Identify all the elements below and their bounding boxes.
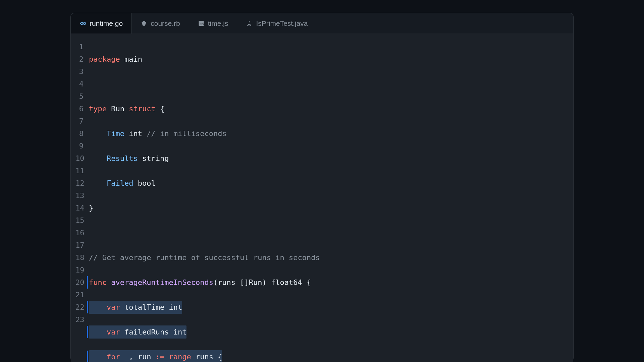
ruby-icon	[141, 20, 147, 27]
code-line: package main	[89, 53, 567, 65]
tab-label: IsPrimeTest.java	[256, 19, 308, 27]
code-line: }	[89, 202, 567, 214]
tab-time-js[interactable]: JS time.js	[189, 13, 237, 34]
code-area[interactable]: 1234567891011121314151617181920212223 pa…	[71, 34, 573, 362]
editor-window: runtime.go course.rb JS time.js IsPrimeT…	[70, 13, 574, 362]
go-icon	[79, 20, 86, 27]
code-line: Failed bool	[89, 177, 567, 189]
code-line	[89, 227, 567, 239]
tab-isprimetest-java[interactable]: IsPrimeTest.java	[237, 13, 317, 34]
tab-label: runtime.go	[90, 19, 123, 27]
svg-text:JS: JS	[200, 22, 204, 26]
tab-label: course.rb	[151, 19, 180, 27]
java-icon	[246, 20, 253, 27]
js-icon: JS	[198, 20, 205, 27]
tab-label: time.js	[208, 19, 228, 27]
tab-runtime-go[interactable]: runtime.go	[71, 13, 132, 34]
code-line: func averageRuntimeInSeconds(runs []Run)…	[89, 276, 567, 289]
code-line	[89, 78, 567, 90]
code-line: // Get average runtime of successful run…	[89, 251, 567, 264]
code-line: for _, run := range runs {	[89, 351, 567, 362]
code-line: Time int // in milliseconds	[89, 127, 567, 140]
code-line: Results string	[89, 152, 567, 165]
tab-bar: runtime.go course.rb JS time.js IsPrimeT…	[71, 13, 573, 34]
tab-course-rb[interactable]: course.rb	[132, 13, 189, 34]
code-line: var totalTime int	[89, 301, 567, 313]
code-content[interactable]: package main type Run struct { Time int …	[86, 34, 573, 362]
code-line: type Run struct {	[89, 103, 567, 115]
svg-point-1	[84, 22, 86, 24]
line-number-gutter: 1234567891011121314151617181920212223	[71, 34, 86, 362]
code-line: var failedRuns int	[89, 326, 567, 338]
svg-point-0	[80, 22, 83, 24]
